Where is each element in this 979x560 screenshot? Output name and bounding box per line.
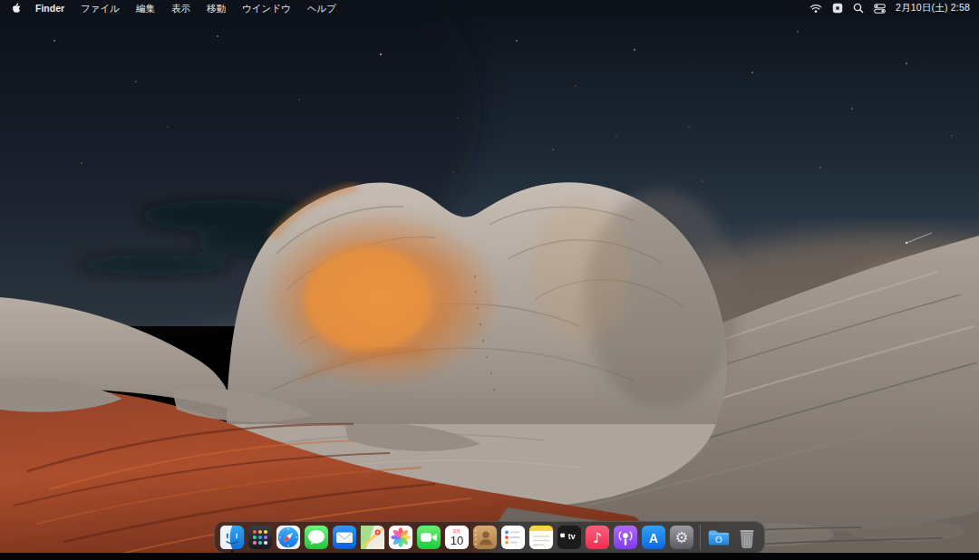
music-icon: ♪ (585, 525, 610, 550)
dock-divider (700, 525, 701, 550)
dock-item-safari[interactable] (276, 525, 301, 550)
calendar-icon: 2月 10 (444, 525, 470, 550)
notes-icon (528, 525, 554, 550)
menu-file[interactable]: ファイル (73, 0, 128, 16)
control-center-icon[interactable] (874, 4, 886, 14)
reminders-icon (500, 525, 526, 550)
dock-item-calendar[interactable]: 2月 10 (444, 525, 470, 550)
wifi-icon[interactable] (809, 4, 822, 14)
dock-item-messages[interactable] (304, 525, 329, 550)
screen-bottom-letterbox (0, 553, 979, 560)
dock-item-facetime[interactable] (416, 525, 441, 550)
apple-tv-icon: tv (557, 525, 582, 550)
menu-finder[interactable]: Finder (27, 0, 73, 16)
finder-icon (219, 525, 245, 550)
dock-item-launchpad[interactable] (247, 525, 273, 550)
menu-bar-clock[interactable]: 2月10日(土) 2:58 (896, 2, 970, 14)
tv-label: tv (568, 532, 576, 541)
menu-go[interactable]: 移動 (199, 0, 234, 16)
mail-icon (332, 525, 357, 550)
dock-item-trash[interactable] (734, 525, 760, 550)
menu-edit[interactable]: 編集 (128, 0, 163, 16)
apple-menu[interactable] (9, 3, 27, 14)
dock-item-podcasts[interactable] (613, 525, 638, 550)
facetime-icon (416, 525, 441, 550)
music-note-glyph: ♪ (593, 529, 602, 546)
dock-item-app-store[interactable]: A (641, 525, 666, 550)
app-store-icon: A (641, 525, 666, 550)
dock-item-downloads-folder[interactable] (706, 525, 732, 550)
apple-logo-icon (11, 3, 21, 14)
maps-icon (360, 525, 385, 550)
podcasts-icon (613, 525, 638, 550)
dock-item-tv[interactable]: tv (557, 525, 582, 550)
dock-item-contacts[interactable] (472, 525, 498, 550)
dock-item-maps[interactable] (360, 525, 385, 550)
downloads-folder-icon (706, 525, 732, 550)
launchpad-icon (247, 525, 273, 550)
menu-window[interactable]: ウインドウ (234, 0, 299, 16)
dock-item-photos[interactable] (388, 525, 413, 550)
app-store-a-glyph: A (649, 531, 658, 546)
dock: 2月 10 (214, 521, 765, 554)
dock-item-mail[interactable] (332, 525, 357, 550)
calendar-day-number: 10 (451, 534, 464, 547)
trash-icon (734, 525, 760, 550)
desktop-wallpaper (0, 0, 979, 560)
dock-item-notes[interactable] (528, 525, 554, 550)
spotlight-icon[interactable] (853, 3, 864, 14)
gear-glyph: ⚙ (674, 528, 688, 546)
dock-item-finder[interactable] (219, 525, 245, 550)
safari-icon (276, 525, 301, 550)
menu-bar-status: 2月10日(土) 2:58 (809, 2, 970, 14)
contacts-icon (472, 525, 498, 550)
photos-icon (388, 525, 413, 550)
menu-view[interactable]: 表示 (163, 0, 199, 16)
dock-item-music[interactable]: ♪ (585, 525, 610, 550)
input-source-icon[interactable] (832, 3, 843, 14)
menu-bar: Finder ファイル 編集 表示 移動 ウインドウ ヘルプ (0, 0, 979, 16)
dock-item-reminders[interactable] (500, 525, 526, 550)
dock-item-settings[interactable]: ⚙ (669, 525, 694, 550)
messages-icon (304, 525, 329, 550)
menu-bar-left: Finder ファイル 編集 表示 移動 ウインドウ ヘルプ (9, 0, 344, 16)
menu-help[interactable]: ヘルプ (299, 0, 344, 16)
settings-gear-icon: ⚙ (669, 525, 694, 550)
